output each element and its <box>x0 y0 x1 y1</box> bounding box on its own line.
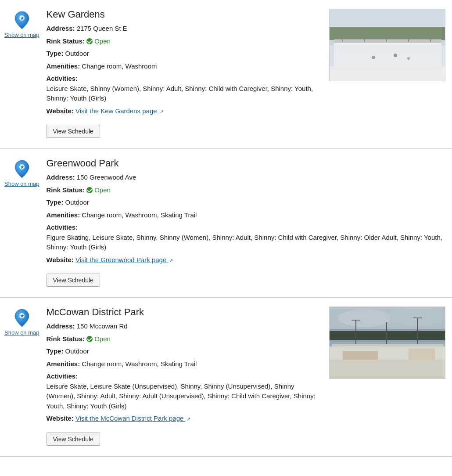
address-value: 2175 Queen St E <box>77 25 127 32</box>
external-link-icon: ↗ <box>187 415 190 423</box>
external-link-icon: ↗ <box>169 257 173 264</box>
rink-name: Greenwood Park <box>47 158 448 169</box>
rink-item-kew-gardens: ★ Show on mapKew GardensAddress: 2175 Qu… <box>0 0 452 149</box>
website-link[interactable]: Visit the McCowan District Park page ↗ <box>75 415 190 422</box>
amenities-value: Change room, Washroom, Skating Trail <box>82 360 197 368</box>
amenities-label: Amenities: <box>47 211 80 219</box>
rink-item-greenwood-park: ★ Show on mapGreenwood ParkAddress: 150 … <box>0 149 452 298</box>
rink-name: McCowan District Park <box>47 307 322 318</box>
website-label: Website: <box>47 415 74 422</box>
show-on-map-label: Show on map <box>4 329 39 336</box>
type-value: Outdoor <box>65 50 89 57</box>
type-label: Type: <box>47 347 64 355</box>
amenities-row: Amenities: Change room, Washroom, Skatin… <box>47 210 448 220</box>
svg-point-12 <box>394 54 397 57</box>
open-status-icon <box>86 336 93 342</box>
show-on-map-label: Show on map <box>4 180 39 188</box>
show-on-map-button-greenwood-park[interactable]: ★ Show on map <box>4 159 39 188</box>
open-status-icon <box>86 187 93 193</box>
website-link[interactable]: Visit the Greenwood Park page ↗ <box>75 256 173 263</box>
rink-info-kew-gardens: Kew GardensAddress: 2175 Queen St ERink … <box>47 9 322 138</box>
svg-point-27 <box>338 309 391 327</box>
show-on-map-button-mccowan-district-park[interactable]: ★ Show on map <box>4 308 39 336</box>
rink-info-greenwood-park: Greenwood ParkAddress: 150 Greenwood Ave… <box>47 158 448 287</box>
address-label: Address: <box>47 173 75 181</box>
type-row: Type: Outdoor <box>47 49 322 59</box>
amenities-row: Amenities: Change room, Washroom, Skatin… <box>47 359 322 369</box>
rink-status-label: Rink Status: <box>47 335 85 343</box>
website-row: Website: Visit the McCowan District Park… <box>47 414 322 424</box>
svg-text:★: ★ <box>20 16 24 21</box>
rink-photo <box>329 307 445 379</box>
svg-point-11 <box>372 56 375 59</box>
svg-rect-7 <box>334 39 441 43</box>
svg-text:★: ★ <box>20 314 24 318</box>
view-schedule-button[interactable]: View Schedule <box>47 274 100 287</box>
activities-row: Activities:Figure Skating, Leisure Skate… <box>47 223 448 252</box>
amenities-label: Amenities: <box>47 360 80 368</box>
activities-row: Activities:Leisure Skate, Shinny (Women)… <box>47 74 322 104</box>
rink-status-row: Rink Status: Open <box>47 36 322 47</box>
type-row: Type: Outdoor <box>47 198 448 208</box>
view-schedule-button[interactable]: View Schedule <box>47 125 100 138</box>
rink-status-value: Open <box>94 186 111 194</box>
map-pin-icon: ★ <box>14 308 30 328</box>
rink-info-mccowan-district-park: McCowan District ParkAddress: 150 Mccowa… <box>47 307 322 446</box>
website-label: Website: <box>47 256 74 263</box>
svg-rect-38 <box>409 349 435 360</box>
address-label: Address: <box>47 322 75 330</box>
activities-label: Activities: <box>47 372 78 380</box>
address-row: Address: 150 Greenwood Ave <box>47 173 448 183</box>
rink-photo <box>329 9 445 81</box>
map-pin-icon: ★ <box>14 11 30 30</box>
svg-rect-29 <box>330 331 445 340</box>
svg-text:★: ★ <box>20 165 24 169</box>
amenities-value: Change room, Washroom, Skating Trail <box>82 211 197 219</box>
svg-rect-39 <box>330 360 445 379</box>
view-schedule-button[interactable]: View Schedule <box>47 433 100 446</box>
activities-label: Activities: <box>47 224 78 231</box>
activities-row: Activities:Leisure Skate, Leisure Skate … <box>47 371 322 411</box>
type-label: Type: <box>47 198 64 206</box>
rink-status-row: Rink Status: Open <box>47 334 322 344</box>
rink-status-label: Rink Status: <box>47 37 85 45</box>
website-label: Website: <box>47 107 74 115</box>
website-link[interactable]: Visit the Kew Gardens page ↗ <box>75 107 164 115</box>
activities-value: Leisure Skate, Leisure Skate (Unsupervis… <box>47 382 316 410</box>
rink-status-value: Open <box>94 37 111 45</box>
svg-point-13 <box>407 57 410 60</box>
activities-value: Leisure Skate, Shinny (Women), Shinny: A… <box>47 85 313 102</box>
show-on-map-label: Show on map <box>4 32 39 39</box>
address-row: Address: 2175 Queen St E <box>47 24 322 34</box>
open-status-icon <box>86 38 93 44</box>
activities-label: Activities: <box>47 75 78 82</box>
rink-status-row: Rink Status: Open <box>47 185 448 195</box>
svg-rect-5 <box>330 27 445 40</box>
rink-list: ★ Show on mapKew GardensAddress: 2175 Qu… <box>0 0 452 457</box>
svg-rect-10 <box>330 66 445 81</box>
address-label: Address: <box>47 25 75 32</box>
photo-col <box>329 9 448 81</box>
website-row: Website: Visit the Kew Gardens page ↗ <box>47 106 322 116</box>
photo-col <box>329 307 448 379</box>
type-label: Type: <box>47 50 64 57</box>
show-on-map-button-kew-gardens[interactable]: ★ Show on map <box>4 11 39 39</box>
activities-value: Figure Skating, Leisure Skate, Shinny, S… <box>47 234 442 251</box>
rink-item-mccowan-district-park: ★ Show on mapMcCowan District ParkAddres… <box>0 298 452 457</box>
rink-status-label: Rink Status: <box>47 186 85 194</box>
rink-status-value: Open <box>94 335 111 343</box>
address-value: 150 Mccowan Rd <box>77 322 128 330</box>
type-value: Outdoor <box>65 198 89 206</box>
type-value: Outdoor <box>65 347 89 355</box>
amenities-label: Amenities: <box>47 62 80 70</box>
svg-rect-6 <box>334 40 441 71</box>
amenities-row: Amenities: Change room, Washroom <box>47 61 322 72</box>
amenities-value: Change room, Washroom <box>82 62 157 70</box>
external-link-icon: ↗ <box>160 108 164 115</box>
map-pin-icon: ★ <box>14 159 30 179</box>
type-row: Type: Outdoor <box>47 346 322 357</box>
address-value: 150 Greenwood Ave <box>77 173 136 181</box>
address-row: Address: 150 Mccowan Rd <box>47 321 322 332</box>
website-row: Website: Visit the Greenwood Park page ↗ <box>47 255 448 265</box>
rink-name: Kew Gardens <box>47 9 322 20</box>
